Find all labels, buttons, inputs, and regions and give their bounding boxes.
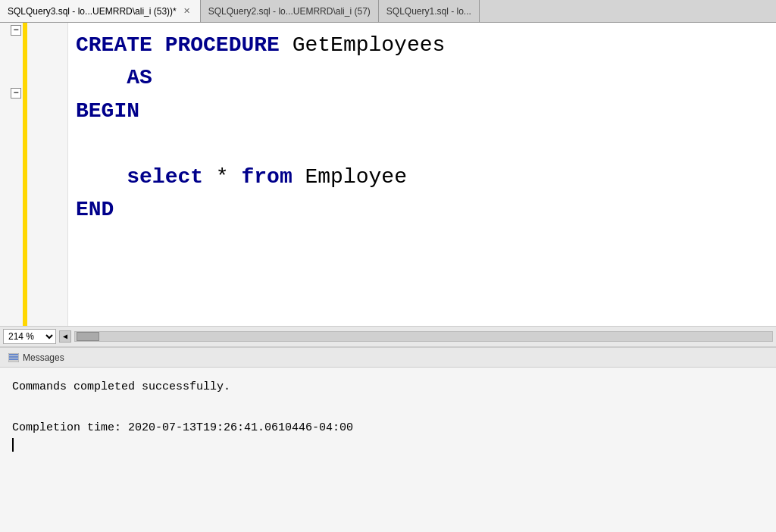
svg-rect-2 [9,356,18,358]
messages-line3: Completion time: 2020-07-13T19:26:41.061… [12,418,764,438]
svg-rect-1 [9,354,18,355]
code-content: CREATE PROCEDURE GetEmployees AS BEGIN [68,23,776,232]
code-line-2: AS [76,61,768,94]
tab-sqlquery1-label: SQLQuery1.sql - lo... [386,6,471,17]
editor-container: − − CREATE PROCEDURE GetEmployees AS [0,23,776,326]
code-editor[interactable]: CREATE PROCEDURE GetEmployees AS BEGIN [68,23,776,326]
keyword-procedure: PROCEDURE [165,29,280,61]
keyword-create: CREATE [76,29,152,61]
procedure-name: GetEmployees [293,29,446,61]
messages-content: Commands completed successfully. Complet… [0,368,776,461]
table-name: Employee [305,161,407,193]
svg-rect-3 [9,358,18,360]
messages-panel: Messages Commands completed successfully… [0,347,776,532]
cursor-line [12,438,764,452]
keyword-end: END [76,193,114,226]
collapse-button-1[interactable]: − [11,25,21,36]
keyword-select: select [127,161,203,193]
messages-line2 [12,397,764,418]
tab-sqlquery3-label: SQLQuery3.sql - lo...UEMRRD\ali_i (53))* [8,6,177,17]
line-gutter: − − [0,23,68,326]
horizontal-scrollbar[interactable] [74,331,773,342]
tab-sqlquery3-close[interactable]: ✕ [181,5,192,17]
tab-sqlquery2-label: SQLQuery2.sql - lo...UEMRRD\ali_i (57) [208,6,371,17]
text-cursor [12,438,14,452]
messages-line1: Commands completed successfully. [12,377,764,397]
code-line-3: BEGIN [76,95,768,127]
tab-sqlquery2[interactable]: SQLQuery2.sql - lo...UEMRRD\ali_i (57) [201,0,379,22]
tab-sqlquery3[interactable]: SQLQuery3.sql - lo...UEMRRD\ali_i (53))*… [0,0,201,22]
keyword-begin: BEGIN [76,95,139,127]
code-line-1: CREATE PROCEDURE GetEmployees [76,29,768,61]
zoom-select[interactable]: 214 % 100 % 150 % 200 % [3,329,56,344]
messages-tab[interactable]: Messages [3,351,69,365]
yellow-bar [23,23,27,326]
scroll-thumb[interactable] [77,332,99,341]
tab-sqlquery1[interactable]: SQLQuery1.sql - lo... [379,0,480,22]
tab-bar: SQLQuery3.sql - lo...UEMRRD\ali_i (53))*… [0,0,776,23]
keyword-as: AS [127,61,152,94]
scroll-left-button[interactable]: ◀ [59,330,71,343]
collapse-button-2[interactable]: − [11,88,21,99]
keyword-from: from [241,161,292,193]
code-line-5: END [76,193,768,226]
messages-icon [8,352,20,363]
code-line-4: select * from Employee [76,161,768,193]
status-bar: 214 % 100 % 150 % 200 % ◀ [0,326,776,347]
messages-tab-label: Messages [23,352,64,363]
code-line-4-empty [76,127,768,160]
messages-tab-bar: Messages [0,348,776,368]
select-star: * [216,161,229,193]
